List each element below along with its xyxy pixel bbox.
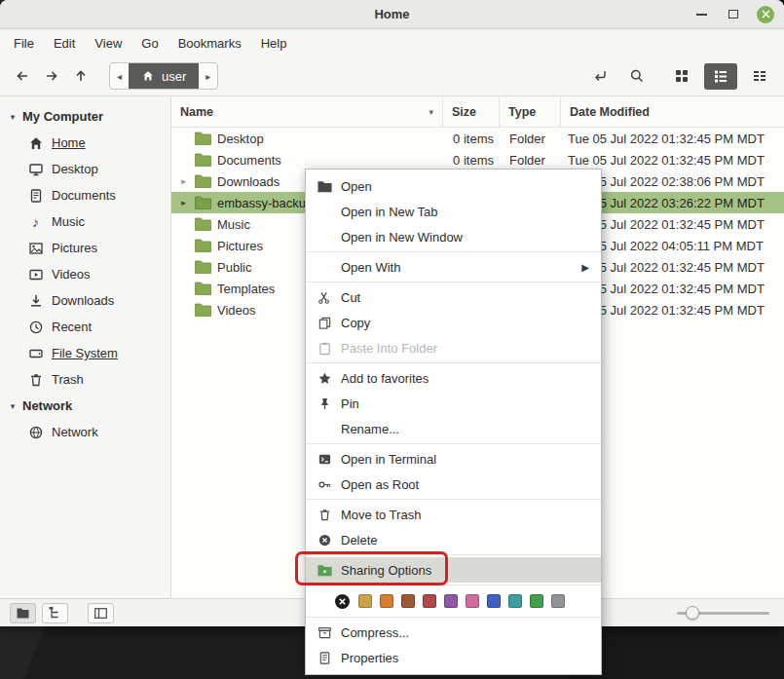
menu-item-rename[interactable]: Rename... (306, 416, 601, 441)
show-treeview-button[interactable] (42, 603, 68, 623)
sidebar-item-pictures[interactable]: Pictures (0, 235, 170, 261)
menu-bookmarks[interactable]: Bookmarks (168, 32, 251, 55)
zoom-handle[interactable] (686, 606, 699, 620)
treeview-icon (49, 607, 61, 619)
trash-icon (27, 372, 44, 388)
menu-edit[interactable]: Edit (44, 32, 85, 55)
menu-item-compress[interactable]: Compress... (306, 620, 601, 645)
folder-color-swatch[interactable] (487, 594, 501, 608)
close-button[interactable] (757, 6, 774, 23)
file-size: 0 items (443, 153, 500, 168)
breadcrumb-user-button[interactable]: user (129, 63, 199, 89)
places-icon (17, 608, 29, 619)
list-view-icon (713, 68, 728, 84)
clear-color-button[interactable] (334, 593, 351, 610)
menu-item-open-as-root[interactable]: Open as Root (306, 472, 601, 497)
menu-item-properties[interactable]: Properties (306, 645, 601, 670)
menu-item-open-in-terminal[interactable]: Open in Terminal (306, 446, 601, 472)
list-view-button[interactable] (704, 63, 737, 90)
menu-item-open[interactable]: Open (306, 173, 601, 199)
sidebar-section-network[interactable]: ▾ Network (0, 393, 170, 419)
home-icon (27, 135, 44, 151)
menu-item-move-to-trash[interactable]: Move to Trash (306, 502, 601, 527)
forward-button[interactable] (37, 61, 66, 91)
sidebar-item-trash[interactable]: Trash (0, 366, 170, 393)
hide-sidebar-button[interactable] (88, 603, 114, 623)
menu-item-copy[interactable]: Copy (306, 310, 601, 335)
menu-go[interactable]: Go (131, 32, 168, 55)
filesystem-icon (27, 346, 44, 361)
sidebar: ▾ My Computer Home Desktop Documents ♪ (0, 97, 171, 598)
menu-view[interactable]: View (85, 32, 131, 55)
window-title: Home (374, 7, 409, 21)
sidebar-item-desktop[interactable]: Desktop (0, 156, 170, 182)
folder-color-swatch[interactable] (423, 594, 436, 608)
sidebar-section-label: Network (22, 398, 72, 413)
menu-item-open-with[interactable]: Open With ▶ (306, 254, 601, 280)
up-button[interactable] (66, 61, 95, 91)
column-label: Size (452, 105, 476, 119)
location-entry-toggle-button[interactable] (587, 63, 613, 89)
folder-color-swatch[interactable] (444, 594, 458, 608)
folder-icon (195, 303, 211, 317)
folder-color-swatch[interactable] (401, 594, 415, 608)
column-header-name[interactable]: Name ▾ (171, 97, 443, 127)
sidebar-item-recent[interactable]: Recent (0, 314, 170, 340)
folder-color-swatch[interactable] (551, 594, 565, 608)
sidebar-item-home[interactable]: Home (0, 130, 170, 156)
sidebar-item-downloads[interactable]: Downloads (0, 287, 170, 314)
column-header-date-modified[interactable]: Date Modified (561, 97, 784, 127)
pathbar-scroll-right-button[interactable]: ▸ (199, 63, 217, 89)
file-name: Documents (217, 153, 281, 168)
menu-file[interactable]: File (4, 32, 44, 55)
folder-color-swatch[interactable] (380, 594, 393, 608)
menu-item-open-in-new-window[interactable]: Open in New Window (306, 224, 601, 249)
file-row-desktop[interactable]: Desktop 0 items Folder Tue 05 Jul 2022 0… (171, 128, 784, 149)
show-places-button[interactable] (10, 603, 36, 623)
menu-item-add-to-favorites[interactable]: Add to favorites (306, 365, 601, 391)
sidebar-item-file-system[interactable]: File System (0, 340, 170, 366)
icon-view-button[interactable] (665, 63, 698, 90)
folder-color-swatch[interactable] (530, 594, 543, 608)
menu-help[interactable]: Help (251, 32, 297, 55)
file-date: Tue 05 Jul 2022 01:32:45 PM MDT (561, 153, 784, 168)
search-button[interactable] (624, 63, 650, 89)
folder-color-swatch[interactable] (508, 594, 522, 608)
menu-item-pin[interactable]: Pin (306, 391, 601, 416)
sidebar-item-label: Home (52, 135, 86, 150)
titlebar[interactable]: Home (0, 0, 784, 29)
sidebar-item-documents[interactable]: Documents (0, 182, 170, 208)
menu-item-label: Properties (341, 651, 398, 665)
sidebar-item-label: Trash (52, 372, 84, 387)
menu-separator (306, 617, 601, 618)
expander-right-icon[interactable]: ▸ (178, 198, 189, 207)
pathbar-scroll-left-button[interactable]: ◂ (110, 63, 129, 89)
menu-separator (306, 362, 601, 363)
downloads-icon (27, 293, 44, 309)
compact-view-button[interactable] (743, 63, 776, 90)
sidebar-item-network[interactable]: Network (0, 419, 170, 445)
minimize-button[interactable] (692, 6, 710, 23)
column-header-type[interactable]: Type (500, 97, 561, 127)
sidebar-section-my-computer[interactable]: ▾ My Computer (0, 103, 170, 130)
maximize-button[interactable] (725, 6, 742, 23)
share-folder-icon (315, 564, 334, 577)
folder-icon (195, 196, 211, 209)
menu-item-label: Pin (341, 396, 359, 411)
file-row-documents[interactable]: Documents 0 items Folder Tue 05 Jul 2022… (171, 149, 784, 170)
menu-item-label: Open in New Tab (341, 205, 438, 219)
expander-down-icon[interactable]: ▾ (7, 401, 19, 411)
folder-color-swatch[interactable] (358, 594, 372, 608)
sidebar-item-music[interactable]: ♪ Music (0, 208, 170, 235)
zoom-slider[interactable] (677, 599, 774, 626)
folder-color-swatch[interactable] (466, 594, 479, 608)
column-header-size[interactable]: Size (443, 97, 500, 127)
menu-item-cut[interactable]: Cut (306, 284, 601, 310)
menu-item-delete[interactable]: Delete (306, 527, 601, 552)
menu-item-open-in-new-tab[interactable]: Open in New Tab (306, 199, 601, 224)
menu-item-sharing-options[interactable]: Sharing Options (306, 557, 601, 583)
back-button[interactable] (8, 61, 37, 91)
sidebar-item-videos[interactable]: Videos (0, 261, 170, 287)
expander-right-icon[interactable]: ▸ (178, 176, 189, 186)
expander-down-icon[interactable]: ▾ (7, 112, 19, 122)
